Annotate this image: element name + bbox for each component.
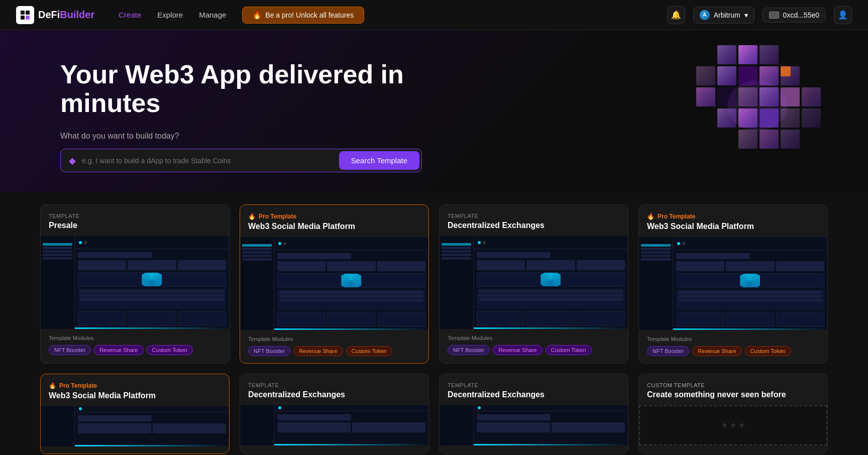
card-preview (41, 236, 229, 329)
template-card-web3-social-pro-2[interactable]: 🔥 Pro Template Web3 Social Media Platfor… (638, 204, 828, 364)
card-header: 🔥 Pro Template Web3 Social Media Platfor… (639, 205, 827, 231)
logo-icon (16, 6, 34, 24)
svg-rect-4 (717, 45, 736, 64)
template-card-custom[interactable]: Custom Template Create something never s… (638, 374, 828, 454)
diamond-icon: ◆ (69, 155, 76, 166)
card-type-label: 🔥 Pro Template (248, 213, 420, 220)
card-footer: Template Modules NFT Booster Revenue Sha… (639, 330, 827, 363)
card-title: Decentralized Exchanges (448, 221, 620, 230)
card-header: Template Presale (41, 205, 229, 230)
fire-icon-small: 🔥 (647, 213, 655, 220)
card-title: Create something never seen before (647, 390, 819, 399)
hero-title: Your Web3 App delivered in minutes (60, 60, 462, 118)
template-card-dex-2[interactable]: Template Decentralized Exchanges (240, 374, 429, 454)
tag-custom-token: Custom Token (147, 345, 193, 355)
card-footer: Template Modules NFT Booster Revenue Sha… (240, 330, 428, 363)
card-type-label: Template (448, 213, 620, 219)
nav-manage[interactable]: Manage (199, 11, 226, 19)
tag-nft-booster: NFT Booster (448, 345, 490, 355)
tag-nft-booster: NFT Booster (49, 345, 91, 355)
card-header: Template Decentralized Exchanges (240, 374, 428, 399)
pro-cta-label: Be a pro! Unlock all features (265, 11, 354, 19)
wallet-label: 0xcd...55e0 (783, 11, 819, 19)
logo-builder: Builder (60, 9, 94, 20)
hero-content: Your Web3 App delivered in minutes What … (60, 60, 462, 172)
pro-cta-button[interactable]: 🔥 Be a pro! Unlock all features (242, 7, 364, 24)
svg-rect-25 (781, 130, 800, 149)
chevron-down-icon: ▾ (744, 11, 748, 19)
nav-links: Create Explore Manage (119, 11, 226, 19)
bell-icon: 🔔 (671, 10, 681, 20)
svg-rect-26 (781, 66, 791, 76)
card-preview (440, 236, 628, 329)
svg-rect-17 (802, 87, 821, 106)
tag-revenue-share: Revenue Share (293, 346, 343, 356)
nav-explore[interactable]: Explore (157, 11, 183, 19)
templates-grid: Template Presale T (40, 204, 828, 454)
template-card-dex-1[interactable]: Template Decentralized Exchanges (439, 204, 628, 364)
card-preview (240, 237, 428, 330)
tag-revenue-share: Revenue Share (493, 345, 542, 355)
wallet-address[interactable]: 0xcd...55e0 (763, 8, 826, 23)
template-card-dex-3[interactable]: Template Decentralized Exchanges (439, 374, 628, 454)
logo-defi: DeFi (38, 9, 60, 20)
modules-label: Template Modules (248, 336, 420, 342)
svg-rect-0 (21, 11, 25, 15)
user-avatar[interactable]: 👤 (834, 6, 852, 24)
svg-rect-1 (26, 11, 30, 15)
card-title: Presale (49, 221, 221, 230)
tag-custom-token: Custom Token (745, 346, 791, 356)
hero-section: Your Web3 App delivered in minutes What … (0, 30, 868, 192)
logo[interactable]: DeFiBuilder (16, 6, 94, 24)
custom-template-placeholder: + + + (639, 405, 827, 445)
template-card-presale[interactable]: Template Presale T (40, 204, 230, 364)
template-card-web3-social-pro-1[interactable]: 🔥 Pro Template Web3 Social Media Platfor… (240, 204, 429, 364)
template-card-web3-social-pro-3[interactable]: 🔥 Pro Template Web3 Social Media Platfor… (40, 374, 230, 454)
card-header: Template Decentralized Exchanges (440, 205, 628, 230)
svg-rect-6 (759, 45, 779, 64)
svg-rect-5 (738, 45, 757, 64)
card-preview (440, 405, 628, 445)
nav-create[interactable]: Create (119, 11, 141, 19)
hero-subtitle: What do you want to build today? (60, 132, 462, 141)
wallet-icon (769, 12, 779, 19)
card-title: Decentralized Exchanges (448, 390, 620, 399)
user-icon: 👤 (838, 10, 848, 20)
svg-rect-23 (738, 130, 757, 149)
network-selector[interactable]: A Arbitrum ▾ (693, 7, 754, 24)
modules-label: Template Modules (647, 336, 819, 342)
search-bar: ◆ Search Template (60, 149, 422, 172)
notification-bell[interactable]: 🔔 (667, 6, 685, 24)
search-template-button[interactable]: Search Template (339, 151, 419, 170)
card-header: 🔥 Pro Template Web3 Social Media Platfor… (240, 205, 428, 231)
svg-rect-24 (759, 130, 779, 149)
card-header: 🔥 Pro Template Web3 Social Media Platfor… (41, 374, 229, 400)
card-preview (639, 237, 827, 330)
tag-nft-booster: NFT Booster (248, 346, 290, 356)
network-label: Arbitrum (714, 11, 740, 19)
templates-section: Template Presale T (0, 192, 868, 455)
svg-rect-22 (802, 108, 821, 128)
card-tags: NFT Booster Revenue Share Custom Token (448, 345, 620, 355)
modules-label: Template Modules (49, 335, 221, 341)
card-type-label: Template (448, 382, 620, 388)
card-footer: Template Modules NFT Booster Revenue Sha… (41, 329, 229, 362)
tag-revenue-share: Revenue Share (94, 345, 143, 355)
card-type-label: Template (49, 213, 221, 219)
svg-rect-12 (696, 87, 715, 106)
card-header: Template Decentralized Exchanges (440, 374, 628, 399)
card-type-label: 🔥 Pro Template (647, 213, 819, 220)
card-title: Decentralized Exchanges (248, 390, 420, 399)
card-tags: NFT Booster Revenue Share Custom Token (248, 346, 420, 356)
svg-rect-7 (696, 66, 715, 85)
modules-label: Template Modules (448, 335, 620, 341)
fire-icon-small: 🔥 (248, 213, 256, 220)
tag-custom-token: Custom Token (346, 346, 392, 356)
search-input[interactable] (82, 157, 333, 165)
card-preview: + + + (639, 405, 827, 445)
tag-custom-token: Custom Token (546, 345, 592, 355)
card-tags: NFT Booster Revenue Share Custom Token (49, 345, 221, 355)
card-tags: NFT Booster Revenue Share Custom Token (647, 346, 819, 356)
navbar: DeFiBuilder Create Explore Manage 🔥 Be a… (0, 0, 868, 30)
card-preview (240, 405, 428, 445)
